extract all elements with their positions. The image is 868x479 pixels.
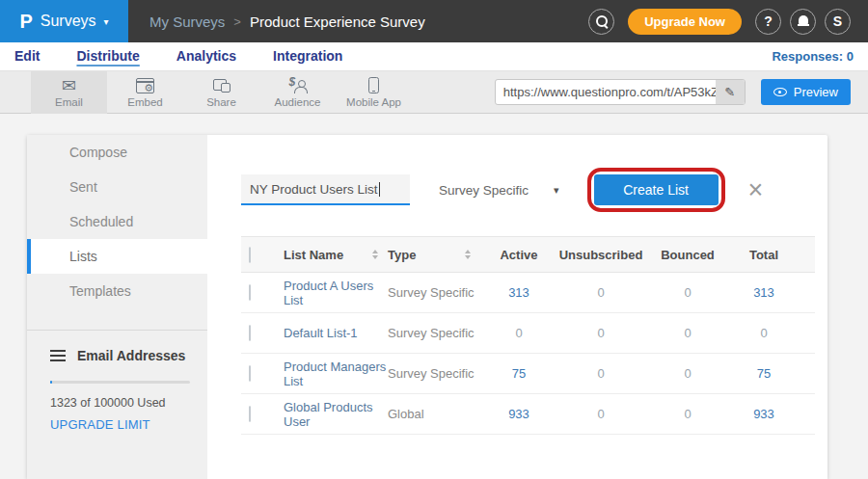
total-count[interactable]: 313 bbox=[731, 285, 797, 300]
sidebar-item-templates[interactable]: Templates bbox=[27, 274, 207, 308]
close-icon[interactable]: × bbox=[748, 177, 764, 203]
unsubscribed-count: 0 bbox=[557, 285, 644, 300]
unsubscribed-count: 0 bbox=[557, 366, 644, 381]
create-list-button[interactable]: Create List bbox=[594, 174, 719, 205]
active-count[interactable]: 313 bbox=[480, 285, 557, 300]
select-all-checkbox[interactable] bbox=[249, 247, 251, 263]
toolbar-item-mobile-app[interactable]: Mobile App bbox=[336, 71, 412, 114]
top-bar: P Surveys ▾ My Surveys > Product Experie… bbox=[0, 0, 868, 42]
total-count[interactable]: 0 bbox=[731, 326, 797, 340]
search-button[interactable] bbox=[588, 9, 614, 35]
lists-table: List Name Type Active Unsubscribed Bounc… bbox=[241, 236, 815, 435]
row-checkbox[interactable] bbox=[249, 365, 251, 382]
list-name-input[interactable]: NY Product Users List bbox=[241, 174, 410, 205]
bounced-count: 0 bbox=[644, 407, 731, 421]
chevron-down-icon: ▾ bbox=[104, 16, 109, 27]
avatar-initial: S bbox=[833, 13, 842, 29]
product-switcher[interactable]: P Surveys ▾ bbox=[0, 0, 128, 42]
usage-progress-bar bbox=[50, 381, 190, 384]
active-count[interactable]: 933 bbox=[480, 407, 557, 421]
column-header-unsubscribed: Unsubscribed bbox=[557, 248, 644, 262]
toolbar-item-share[interactable]: Share bbox=[183, 71, 259, 114]
list-name-value: NY Product Users List bbox=[250, 182, 378, 197]
sort-icon bbox=[465, 250, 471, 259]
sort-icon bbox=[372, 250, 378, 259]
sidebar-item-lists[interactable]: Lists bbox=[27, 239, 207, 274]
questionpro-logo-icon: P bbox=[19, 12, 32, 31]
column-header-bounced: Bounced bbox=[644, 248, 731, 262]
survey-tab-bar: Edit Distribute Analytics Integration Re… bbox=[0, 42, 868, 71]
avatar[interactable]: S bbox=[825, 9, 851, 35]
list-name-link[interactable]: Product Managers List bbox=[284, 359, 388, 388]
lists-panel: Compose Sent Scheduled Lists Templates E… bbox=[27, 135, 827, 479]
toolbar-item-embed[interactable]: Embed bbox=[107, 71, 183, 114]
search-icon bbox=[595, 14, 609, 28]
column-header-type[interactable]: Type bbox=[388, 248, 480, 262]
survey-url-group: https://www.questionpro.com/t/AP53kZgfo … bbox=[495, 79, 851, 105]
tab-analytics[interactable]: Analytics bbox=[176, 48, 236, 66]
list-type-select[interactable]: Survey Specific ▾ bbox=[439, 183, 559, 198]
active-count[interactable]: 75 bbox=[480, 366, 557, 381]
annotation-highlight: Create List bbox=[587, 168, 725, 212]
upgrade-limit-link[interactable]: UPGRADE LIMIT bbox=[50, 417, 190, 432]
edit-url-button[interactable]: ✎ bbox=[716, 80, 745, 104]
unsubscribed-count: 0 bbox=[557, 326, 644, 340]
tab-distribute[interactable]: Distribute bbox=[76, 48, 139, 66]
eye-icon bbox=[773, 88, 787, 96]
list-name-link[interactable]: Default List-1 bbox=[284, 326, 388, 340]
table-row: Product A Users List Survey Specific 313… bbox=[241, 273, 815, 313]
column-header-total: Total bbox=[731, 248, 797, 262]
row-checkbox[interactable] bbox=[249, 325, 251, 341]
sidebar-item-sent[interactable]: Sent bbox=[27, 170, 207, 204]
list-bars-icon bbox=[50, 350, 66, 362]
embed-icon bbox=[136, 78, 154, 93]
active-count[interactable]: 0 bbox=[480, 326, 557, 340]
total-count[interactable]: 75 bbox=[731, 366, 797, 381]
bounced-count: 0 bbox=[644, 326, 731, 340]
survey-url-value: https://www.questionpro.com/t/AP53kZgfo bbox=[496, 80, 716, 104]
page-background: Compose Sent Scheduled Lists Templates E… bbox=[0, 114, 868, 479]
list-name-link[interactable]: Product A Users List bbox=[284, 279, 388, 307]
column-header-active: Active bbox=[480, 248, 557, 262]
row-checkbox[interactable] bbox=[249, 406, 251, 422]
toolbar-item-audience[interactable]: $ Audience bbox=[259, 71, 336, 114]
preview-button[interactable]: Preview bbox=[761, 79, 851, 105]
pencil-icon: ✎ bbox=[724, 85, 735, 99]
email-icon: ✉ bbox=[62, 77, 76, 94]
mobile-app-icon bbox=[368, 77, 379, 93]
email-addresses-title: Email Addresses bbox=[77, 348, 185, 363]
distribute-toolbar: ✉ Email Embed Share $ Audience Mobile Ap… bbox=[0, 71, 868, 114]
tab-edit[interactable]: Edit bbox=[14, 48, 40, 66]
share-icon bbox=[213, 79, 231, 93]
table-row: Product Managers List Survey Specific 75… bbox=[241, 354, 815, 394]
text-cursor bbox=[379, 182, 380, 197]
table-row: Global Products User Global 933 0 0 933 bbox=[241, 394, 815, 435]
breadcrumb: My Surveys > Product Experience Survey bbox=[149, 13, 425, 30]
topbar-actions: Upgrade Now ? S bbox=[588, 9, 868, 35]
table-header-row: List Name Type Active Unsubscribed Bounc… bbox=[241, 236, 815, 273]
sidebar-item-scheduled[interactable]: Scheduled bbox=[27, 204, 207, 239]
toolbar-item-email[interactable]: ✉ Email bbox=[31, 71, 107, 114]
notifications-button[interactable] bbox=[790, 9, 816, 35]
bounced-count: 0 bbox=[644, 366, 731, 381]
table-row: Default List-1 Survey Specific 0 0 0 0 bbox=[241, 313, 815, 354]
breadcrumb-my-surveys[interactable]: My Surveys bbox=[149, 13, 225, 30]
breadcrumb-separator: > bbox=[233, 14, 241, 29]
tab-integration[interactable]: Integration bbox=[273, 48, 342, 66]
column-header-list-name[interactable]: List Name bbox=[284, 248, 388, 262]
total-count[interactable]: 933 bbox=[731, 407, 797, 421]
lists-content: NY Product Users List Survey Specific ▾ … bbox=[207, 135, 827, 479]
sidebar-item-compose[interactable]: Compose bbox=[27, 135, 207, 170]
chevron-down-icon: ▾ bbox=[554, 184, 559, 197]
list-name-link[interactable]: Global Products User bbox=[284, 400, 388, 429]
row-checkbox[interactable] bbox=[249, 284, 251, 301]
survey-url-input[interactable]: https://www.questionpro.com/t/AP53kZgfo … bbox=[495, 79, 746, 105]
audience-icon: $ bbox=[289, 78, 307, 93]
create-list-row: NY Product Users List Survey Specific ▾ … bbox=[241, 174, 827, 205]
upgrade-now-button[interactable]: Upgrade Now bbox=[628, 9, 742, 35]
bell-icon bbox=[798, 15, 809, 27]
email-addresses-block: Email Addresses 1323 of 100000 Used UPGR… bbox=[27, 331, 207, 432]
help-button[interactable]: ? bbox=[755, 9, 781, 35]
page-title: Product Experience Survey bbox=[250, 13, 425, 30]
usage-text: 1323 of 100000 Used bbox=[50, 396, 190, 410]
